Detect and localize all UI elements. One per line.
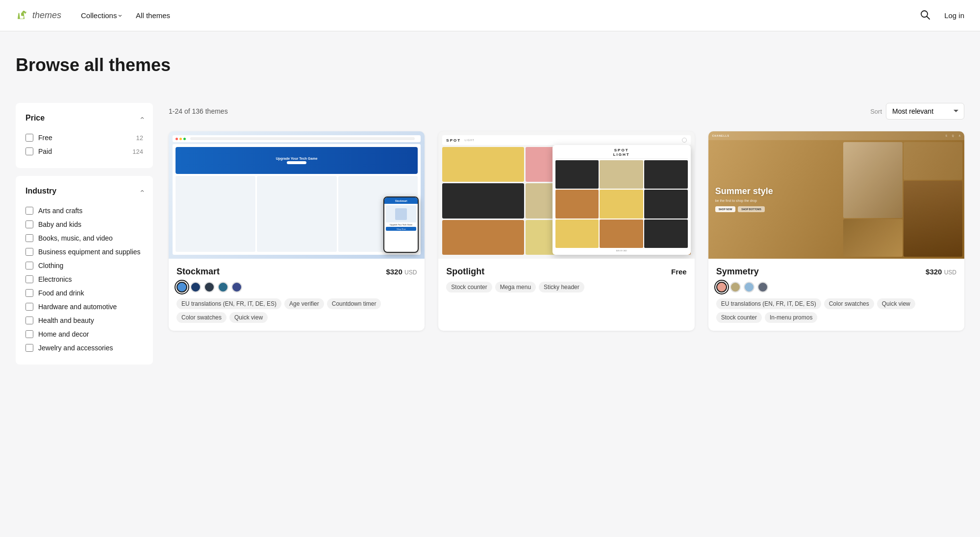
industry-filter-item-left: Health and beauty <box>25 317 94 324</box>
theme-card[interactable]: SPOT LIGHT SPOTLIGHT <box>438 131 694 331</box>
logo[interactable]: themes <box>16 9 61 23</box>
theme-tag: Age verifier <box>284 298 324 309</box>
price-filter-item-left: Free <box>25 134 52 142</box>
industry-filter-items: Arts and crafts Baby and kids Books, mus… <box>25 204 143 355</box>
industry-filter-item-left: Hardware and automotive <box>25 303 117 311</box>
theme-tag: Color swatches <box>176 312 226 323</box>
industry-filter-title: Industry <box>25 187 56 195</box>
price-filter-header: Price <box>25 113 143 123</box>
color-swatch[interactable] <box>744 282 754 293</box>
industry-filter-item: Business equipment and supplies <box>25 245 143 259</box>
login-button[interactable]: Log in <box>944 11 964 20</box>
price-filter-count: 12 <box>136 134 143 142</box>
results-header: 1-24 of 136 themes Sort Most relevantNew… <box>169 103 964 120</box>
industry-filter-checkbox[interactable] <box>25 303 33 311</box>
industry-filter-item: Books, music, and video <box>25 231 143 245</box>
theme-name-row: Stockmart$320 USD <box>176 267 417 277</box>
industry-filter-item-left: Home and decor <box>25 330 89 338</box>
industry-filter-item: Health and beauty <box>25 314 143 327</box>
price-filter-checkbox[interactable] <box>25 134 33 142</box>
all-themes-link[interactable]: All themes <box>136 11 170 20</box>
price-filter-count: 124 <box>132 148 143 155</box>
sort-label: Sort <box>870 108 882 115</box>
price-filter-label: Free <box>38 134 52 142</box>
industry-filter-label: Hardware and automotive <box>38 303 117 311</box>
theme-price-unit: USD <box>404 269 417 276</box>
industry-filter-checkbox[interactable] <box>25 275 33 283</box>
industry-filter-checkbox[interactable] <box>25 289 33 297</box>
industry-filter-checkbox[interactable] <box>25 220 33 228</box>
theme-tag: Quick view <box>877 298 915 309</box>
search-button[interactable] <box>918 7 932 24</box>
price-filter-items: Free 12 Paid 124 <box>25 131 143 158</box>
color-swatch[interactable] <box>176 282 187 293</box>
industry-filter-label: Food and drink <box>38 289 84 297</box>
industry-filter-item: Clothing <box>25 259 143 272</box>
industry-filter-checkbox[interactable] <box>25 234 33 242</box>
theme-tag: Mega menu <box>495 282 536 293</box>
logo-text: themes <box>32 10 61 21</box>
color-swatches <box>176 282 417 293</box>
sort-container: Sort Most relevantNewestPrice: Low to Hi… <box>870 103 964 120</box>
color-swatch[interactable] <box>218 282 228 293</box>
sidebar: Price Free 12 Paid 124 Industry Arts and… <box>16 103 153 372</box>
collections-chevron-icon <box>119 11 122 20</box>
industry-filter-checkbox[interactable] <box>25 330 33 338</box>
navigation: themes Collections All themes Log in <box>0 0 980 31</box>
industry-filter-checkbox[interactable] <box>25 207 33 215</box>
industry-filter-checkbox[interactable] <box>25 317 33 324</box>
theme-tag: Stock counter <box>446 282 492 293</box>
sort-select[interactable]: Most relevantNewestPrice: Low to HighPri… <box>886 103 964 120</box>
theme-tag: Stock counter <box>716 312 762 323</box>
theme-preview: Upgrade Your Tech Game Stockmart <box>169 131 425 259</box>
industry-filter-checkbox[interactable] <box>25 344 33 352</box>
theme-card[interactable]: CHANELLS S Q A Summer style be the first… <box>708 131 964 331</box>
theme-info: Symmetry$320 USDEU translations (EN, FR,… <box>708 259 964 331</box>
industry-filter-checkbox[interactable] <box>25 248 33 256</box>
industry-filter-item-left: Business equipment and supplies <box>25 248 141 256</box>
theme-price: Free <box>671 268 687 276</box>
theme-price: $320 USD <box>386 268 417 276</box>
industry-filter-item-left: Books, music, and video <box>25 234 113 242</box>
color-swatch[interactable] <box>231 282 242 293</box>
theme-preview: CHANELLS S Q A Summer style be the first… <box>708 131 964 259</box>
industry-filter-header: Industry <box>25 186 143 196</box>
main-layout: Price Free 12 Paid 124 Industry Arts and… <box>0 91 980 384</box>
industry-filter-item: Electronics <box>25 272 143 286</box>
color-swatch[interactable] <box>757 282 768 293</box>
industry-filter-checkbox[interactable] <box>25 262 33 269</box>
theme-preview: SPOT LIGHT SPOTLIGHT <box>438 131 694 259</box>
collections-link[interactable]: Collections <box>81 11 122 20</box>
price-filter-toggle[interactable] <box>140 113 143 123</box>
color-swatch[interactable] <box>204 282 215 293</box>
theme-tag: Color swatches <box>824 298 874 309</box>
color-swatches <box>716 282 956 293</box>
industry-filter-label: Health and beauty <box>38 317 94 324</box>
page-title: Browse all themes <box>16 55 964 75</box>
color-swatch[interactable] <box>730 282 741 293</box>
industry-filter-item-left: Food and drink <box>25 289 84 297</box>
industry-filter-item: Food and drink <box>25 286 143 300</box>
theme-name: Stockmart <box>176 267 220 277</box>
svg-line-1 <box>927 17 930 20</box>
theme-price-unit: USD <box>944 269 956 276</box>
price-filter-item: Free 12 <box>25 131 143 145</box>
theme-tags: Stock counterMega menuSticky header <box>446 282 686 293</box>
theme-name: Symmetry <box>716 267 759 277</box>
price-filter-checkbox[interactable] <box>25 147 33 155</box>
theme-tags: EU translations (EN, FR, IT, DE, ES)Age … <box>176 298 417 323</box>
theme-tags: EU translations (EN, FR, IT, DE, ES)Colo… <box>716 298 956 323</box>
industry-filter-label: Jewelry and accessories <box>38 344 113 352</box>
color-swatch[interactable] <box>716 282 727 293</box>
industry-filter-item-left: Baby and kids <box>25 220 81 228</box>
color-swatch[interactable] <box>190 282 201 293</box>
theme-tag: Countdown timer <box>327 298 381 309</box>
themes-grid: Upgrade Your Tech Game Stockmart <box>169 131 964 331</box>
industry-filter-item: Hardware and automotive <box>25 300 143 314</box>
theme-info: SpotlightFreeStock counterMega menuStick… <box>438 259 694 300</box>
theme-card[interactable]: Upgrade Your Tech Game Stockmart <box>169 131 425 331</box>
industry-filter-toggle[interactable] <box>140 186 143 196</box>
industry-filter-item-left: Jewelry and accessories <box>25 344 113 352</box>
industry-filter-label: Business equipment and supplies <box>38 248 141 256</box>
theme-tag: In-menu promos <box>765 312 817 323</box>
